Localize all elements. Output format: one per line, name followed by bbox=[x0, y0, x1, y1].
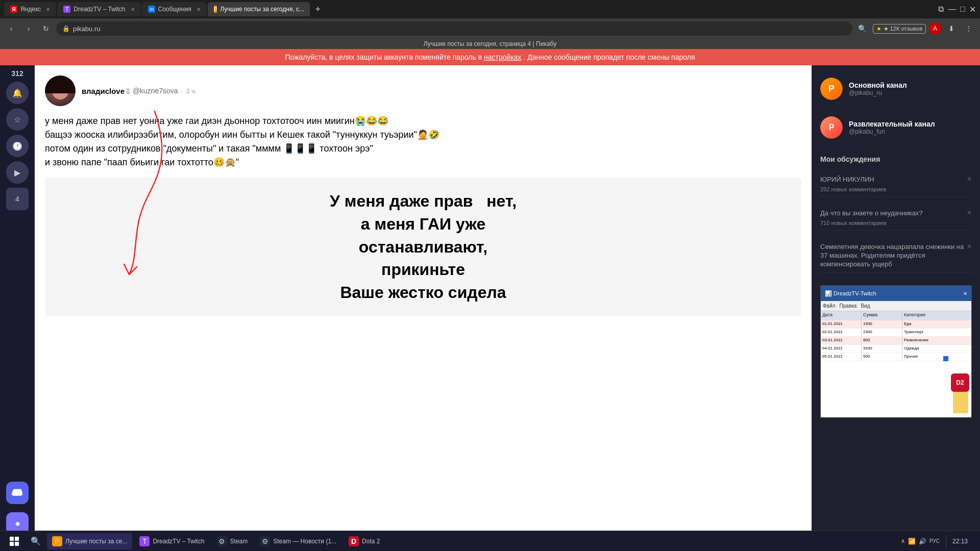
minimize-button[interactable]: — bbox=[948, 5, 956, 14]
start-button[interactable] bbox=[4, 531, 24, 552]
tab-mail-close[interactable]: ✕ bbox=[197, 7, 201, 12]
restore-button[interactable]: ⧉ bbox=[938, 5, 944, 14]
post-time: 3 ч. bbox=[186, 87, 197, 95]
discussions-section-title: Мои обсуждения bbox=[820, 155, 972, 163]
highlight-dot bbox=[943, 356, 948, 361]
pikabu-favicon: P bbox=[214, 6, 217, 13]
maximize-button[interactable]: □ bbox=[960, 5, 965, 14]
sidebar-item-clock[interactable]: 🕐 bbox=[6, 135, 29, 157]
star-sidebar-icon: ☆ bbox=[14, 115, 21, 124]
refresh-button[interactable]: ↻ bbox=[39, 21, 53, 36]
sidebar-item-bell[interactable]: 🔔 bbox=[6, 82, 29, 104]
language-indicator[interactable]: РУС bbox=[929, 538, 940, 544]
channel-fun-info: Развлекательный канал @pikabu_fun bbox=[849, 120, 935, 135]
nav-bar: ‹ › ↻ 🔒 pikabu.ru 🔍 ★ ★ 12К отзывов А ⬇ … bbox=[0, 18, 980, 39]
discussion-2-title[interactable]: Да что вы знаете о неудачниках? bbox=[820, 209, 972, 218]
twitch-favicon: T bbox=[63, 6, 70, 13]
yandex-favicon: Я bbox=[10, 6, 17, 13]
taskbar-pikabu-icon: P bbox=[52, 536, 62, 546]
discussion-2: Да что вы знаете о неудачниках? 710 новы… bbox=[820, 205, 972, 231]
channel-main-handle: @pikabu_ru bbox=[849, 89, 907, 96]
sidebar-counter: 312 bbox=[11, 69, 23, 78]
taskbar-right: ∧ 📶 🔊 РУС 22:13 bbox=[901, 535, 976, 547]
tab-pikabu-label: Лучшие посты за сегодня, с... bbox=[220, 6, 304, 13]
channel-fun-name: Развлекательный канал bbox=[849, 120, 935, 128]
alert-text-after: . Данное сообщение пропадет после смены … bbox=[523, 53, 695, 61]
preview-title-bar: 📊 DreadzTV-Twitch ✕ bbox=[821, 286, 971, 301]
sidebar-item-star[interactable]: ☆ bbox=[6, 108, 29, 131]
post-image: У меня даже прав нет, а меня ГАИ уже ост… bbox=[45, 178, 801, 316]
bell-icon: 🔔 bbox=[12, 88, 22, 98]
url-display: pikabu.ru bbox=[73, 25, 100, 33]
tab-twitch-label: DreadzTV – Twitch bbox=[74, 6, 125, 13]
search-icon[interactable]: 🔍 bbox=[855, 21, 870, 36]
taskbar-steam[interactable]: ⚙ Steam bbox=[212, 533, 253, 549]
taskbar-twitch[interactable]: T DreadzTV – Twitch bbox=[134, 533, 209, 549]
tab-yandex-close[interactable]: ✕ bbox=[46, 7, 50, 12]
handle: @kuzne7sova bbox=[133, 87, 178, 95]
channel-main-name: Основной канал bbox=[849, 81, 907, 89]
taskbar-steam-icon: ⚙ bbox=[217, 536, 227, 546]
tab-mail-label: Сообщения bbox=[158, 6, 191, 13]
tab-twitch-close[interactable]: ✕ bbox=[131, 7, 135, 12]
menu-button[interactable]: ⋮ bbox=[962, 21, 976, 36]
discussion-1-count: 292 новых комментариев bbox=[820, 186, 972, 192]
sidebar-item-4[interactable]: 4 bbox=[6, 188, 29, 210]
discussion-3-title[interactable]: Семилетняя девочка нацарапала снежинки н… bbox=[820, 243, 972, 269]
sidebar-item-play[interactable]: ▶ bbox=[6, 161, 29, 184]
back-button[interactable]: ‹ bbox=[4, 21, 18, 36]
discussion-1-close[interactable]: ✕ bbox=[967, 176, 972, 183]
left-sidebar: 312 🔔 ☆ 🕐 ▶ 4 ◆ bbox=[0, 65, 35, 539]
discussion-2-count: 710 новых комментариев bbox=[820, 220, 972, 226]
alert-link[interactable]: настройках bbox=[484, 53, 522, 61]
new-tab-button[interactable]: + bbox=[311, 2, 325, 16]
review-text: ★ 12К отзывов bbox=[884, 26, 922, 32]
tab-yandex[interactable]: Я Яндекс ✕ bbox=[4, 2, 56, 16]
channel-fun: P Развлекательный канал @pikabu_fun bbox=[820, 112, 972, 143]
svg-rect-2 bbox=[10, 542, 14, 546]
address-bar[interactable]: 🔒 pikabu.ru bbox=[56, 21, 852, 36]
post-meta: владиclove 🏼 @kuzne7sova · 3 ч. bbox=[82, 87, 197, 95]
channel-fun-icon: P bbox=[820, 116, 843, 139]
sidebar-bottom bbox=[6, 482, 29, 504]
avatar bbox=[45, 76, 76, 106]
taskbar-twitch-label: DreadzTV – Twitch bbox=[153, 538, 204, 545]
tab-pikabu[interactable]: P Лучшие посты за сегодня, с... ✕ bbox=[208, 2, 310, 16]
channel-main: P Основной канал @pikabu_ru bbox=[820, 73, 972, 104]
tab-twitch[interactable]: T DreadzTV – Twitch ✕ bbox=[57, 2, 140, 16]
taskbar-dota-label: Dota 2 bbox=[362, 538, 380, 545]
tab-pikabu-close[interactable]: ✕ bbox=[309, 7, 310, 12]
discussion-3-close[interactable]: ✕ bbox=[967, 243, 972, 250]
tab-mail[interactable]: ✉ Сообщения ✕ bbox=[142, 2, 207, 16]
clock-time: 22:13 bbox=[952, 538, 968, 545]
network-icon: 📶 bbox=[908, 538, 916, 545]
discord-icon[interactable] bbox=[6, 482, 29, 504]
taskbar-steam-label: Steam bbox=[230, 538, 248, 545]
discussion-1-title[interactable]: ЮРИЙ НИКУЛИН bbox=[820, 176, 972, 184]
channel-main-icon: P bbox=[820, 78, 843, 100]
tray-separator bbox=[946, 535, 946, 547]
clock[interactable]: 22:13 bbox=[952, 538, 968, 545]
taskbar-steam-news[interactable]: ⚙ Steam — Новости (1... bbox=[255, 533, 341, 549]
channel-main-icon-inner: P bbox=[820, 78, 843, 100]
lock-icon: 🔒 bbox=[62, 25, 70, 32]
preview-close-btn[interactable]: ✕ bbox=[963, 291, 967, 296]
search-taskbar[interactable]: 🔍 bbox=[27, 532, 45, 550]
forward-button[interactable]: › bbox=[21, 21, 36, 36]
tray-expand[interactable]: ∧ bbox=[901, 538, 905, 544]
post-text: у меня даже прав нет уонна уже гаи диэн … bbox=[45, 114, 801, 169]
discussion-2-close[interactable]: ✕ bbox=[967, 209, 972, 216]
extensions-icon[interactable]: ⬇ bbox=[944, 21, 959, 36]
close-button[interactable]: ✕ bbox=[969, 5, 976, 14]
svg-rect-1 bbox=[15, 537, 19, 541]
main-area: 312 🔔 ☆ 🕐 ▶ 4 ◆ bbox=[0, 65, 980, 539]
yellow-box-preview bbox=[953, 392, 968, 413]
discussion-1: ЮРИЙ НИКУЛИН 292 новых комментариев ✕ bbox=[820, 171, 972, 197]
taskbar-pikabu[interactable]: P Лучшие посты за се... bbox=[47, 533, 132, 549]
channel-fun-handle: @pikabu_fun bbox=[849, 128, 935, 135]
taskbar-pikabu-label: Лучшие посты за се... bbox=[65, 538, 127, 545]
taskbar-dota[interactable]: D Dota 2 bbox=[344, 533, 385, 549]
star-icon: ★ bbox=[876, 26, 881, 32]
page-title: Лучшие посты за сегодня, страница 4 | Пи… bbox=[424, 40, 556, 47]
profile-icon[interactable]: А bbox=[929, 22, 941, 35]
